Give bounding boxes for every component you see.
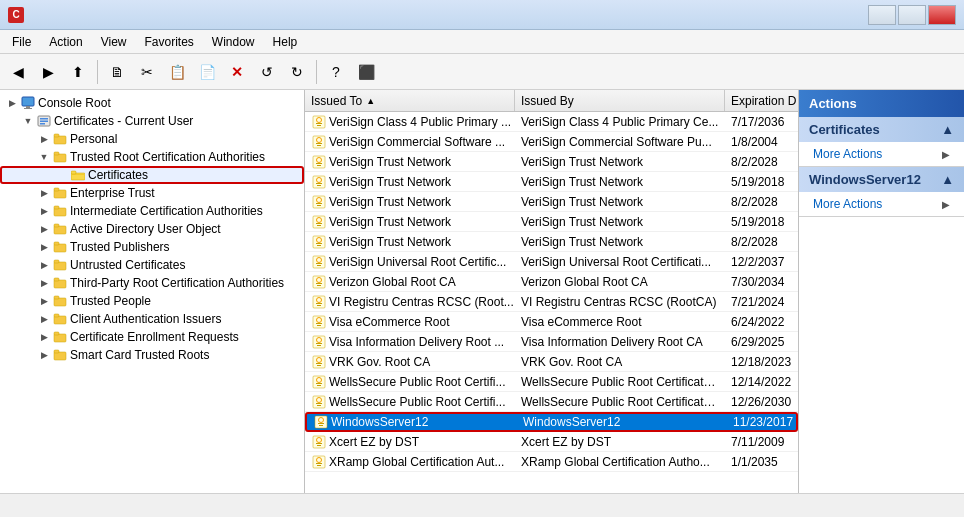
actions-group-header-certificates[interactable]: Certificates ▲ xyxy=(799,117,964,142)
forward-button[interactable]: ▶ xyxy=(34,58,62,86)
list-row[interactable]: Xcert EZ by DST Xcert EZ by DST 7/11/200… xyxy=(305,432,798,452)
new-button[interactable]: 🗎 xyxy=(103,58,131,86)
tree-item-certificates[interactable]: Certificates xyxy=(0,166,304,184)
svg-rect-105 xyxy=(317,465,321,466)
folder-client-auth-icon xyxy=(52,311,68,327)
svg-rect-17 xyxy=(54,206,59,209)
list-row[interactable]: Visa Information Delivery Root ... Visa … xyxy=(305,332,798,352)
folder-personal-icon xyxy=(52,131,68,147)
up-button[interactable]: ⬆ xyxy=(64,58,92,86)
close-button[interactable] xyxy=(928,5,956,25)
menu-window[interactable]: Window xyxy=(204,31,263,53)
delete-button[interactable]: ✕ xyxy=(223,58,251,86)
list-body[interactable]: VeriSign Class 4 Public Primary ... Veri… xyxy=(305,112,798,493)
list-row[interactable]: VeriSign Trust Network VeriSign Trust Ne… xyxy=(305,212,798,232)
list-row[interactable]: Verizon Global Root CA Verizon Global Ro… xyxy=(305,272,798,292)
tree-toggle-cert-enrollment[interactable]: ▶ xyxy=(36,329,52,345)
list-row[interactable]: VeriSign Trust Network VeriSign Trust Ne… xyxy=(305,192,798,212)
cell-issued-to: WindowsServer12 xyxy=(307,414,517,430)
restore-button[interactable] xyxy=(898,5,926,25)
tree-toggle-enterprise[interactable]: ▶ xyxy=(36,185,52,201)
tree-toggle-untrusted[interactable]: ▶ xyxy=(36,257,52,273)
tree-item-smart-card[interactable]: ▶ Smart Card Trusted Roots xyxy=(0,346,304,364)
tree-toggle-trusted-publishers[interactable]: ▶ xyxy=(36,239,52,255)
folder-enterprise-icon xyxy=(52,185,68,201)
tree-item-enterprise-trust[interactable]: ▶ Enterprise Trust xyxy=(0,184,304,202)
more-actions-windowsserver12-label: More Actions xyxy=(813,197,882,211)
tree-toggle-active-directory[interactable]: ▶ xyxy=(36,221,52,237)
tree-toggle-trusted-people[interactable]: ▶ xyxy=(36,293,52,309)
list-row[interactable]: VeriSign Trust Network VeriSign Trust Ne… xyxy=(305,232,798,252)
more-actions-certificates-arrow: ▶ xyxy=(942,149,950,160)
more-actions-windowsserver12[interactable]: More Actions ▶ xyxy=(799,192,964,216)
tree-item-personal[interactable]: ▶ Personal xyxy=(0,130,304,148)
list-row[interactable]: WellsSecure Public Root Certifi... Wells… xyxy=(305,372,798,392)
list-row[interactable]: VeriSign Class 4 Public Primary ... Veri… xyxy=(305,112,798,132)
tree-toggle-console-root[interactable]: ▶ xyxy=(4,95,20,111)
more-actions-certificates[interactable]: More Actions ▶ xyxy=(799,142,964,166)
list-row[interactable]: VRK Gov. Root CA VRK Gov. Root CA 12/18/… xyxy=(305,352,798,372)
tree-item-console-root[interactable]: ▶ Console Root xyxy=(0,94,304,112)
tree-item-trusted-publishers[interactable]: ▶ Trusted Publishers xyxy=(0,238,304,256)
cut-button[interactable]: ✂ xyxy=(133,58,161,86)
cell-issued-to: VeriSign Class 4 Public Primary ... xyxy=(305,114,515,130)
view-button[interactable]: ⬛ xyxy=(352,58,380,86)
tree-item-third-party-root[interactable]: ▶ Third-Party Root Certification Authori… xyxy=(0,274,304,292)
list-row[interactable]: XRamp Global Certification Aut... XRamp … xyxy=(305,452,798,472)
list-row[interactable]: WindowsServer12 WindowsServer12 11/23/20… xyxy=(305,412,798,432)
col-header-expiry[interactable]: Expiration D xyxy=(725,90,799,111)
col-header-issued-by[interactable]: Issued By xyxy=(515,90,725,111)
tree-toggle-smart-card[interactable]: ▶ xyxy=(36,347,52,363)
tree-item-untrusted-certs[interactable]: ▶ Untrusted Certificates xyxy=(0,256,304,274)
tree-item-intermediate-ca[interactable]: ▶ Intermediate Certification Authorities xyxy=(0,202,304,220)
list-row[interactable]: VI Registru Centras RCSC (Root... VI Reg… xyxy=(305,292,798,312)
tree-toggle-third-party[interactable]: ▶ xyxy=(36,275,52,291)
tree-toggle-trusted-root[interactable]: ▼ xyxy=(36,149,52,165)
tree-toggle-client-auth[interactable]: ▶ xyxy=(36,311,52,327)
cell-issued-by: VeriSign Trust Network xyxy=(515,195,725,209)
svg-rect-44 xyxy=(316,163,322,164)
menu-action[interactable]: Action xyxy=(41,31,90,53)
menu-favorites[interactable]: Favorites xyxy=(137,31,202,53)
list-row[interactable]: VeriSign Universal Root Certific... Veri… xyxy=(305,252,798,272)
menu-view[interactable]: View xyxy=(93,31,135,53)
cell-expiry: 8/2/2028 xyxy=(725,155,798,169)
list-panel: Issued To ▲ Issued By Expiration D VeriS… xyxy=(305,90,799,493)
menu-help[interactable]: Help xyxy=(265,31,306,53)
list-row[interactable]: VeriSign Trust Network VeriSign Trust Ne… xyxy=(305,152,798,172)
tree-toggle-certs[interactable]: ▼ xyxy=(20,113,36,129)
svg-rect-57 xyxy=(317,225,321,226)
redo-button[interactable]: ↻ xyxy=(283,58,311,86)
copy-button[interactable]: 📋 xyxy=(163,58,191,86)
tree-item-active-directory[interactable]: ▶ Active Directory User Object xyxy=(0,220,304,238)
cert-row-icon xyxy=(311,394,327,410)
actions-group-header-windowsserver12[interactable]: WindowsServer12 ▲ xyxy=(799,167,964,192)
folder-smart-card-icon xyxy=(52,347,68,363)
tree-item-certs-current-user[interactable]: ▼ Certificates - Current User xyxy=(0,112,304,130)
minimize-button[interactable] xyxy=(868,5,896,25)
cell-expiry: 5/19/2018 xyxy=(725,215,798,229)
back-button[interactable]: ◀ xyxy=(4,58,32,86)
tree-toggle-intermediate[interactable]: ▶ xyxy=(36,203,52,219)
tree-item-trusted-people[interactable]: ▶ Trusted People xyxy=(0,292,304,310)
folder-trusted-publishers-icon xyxy=(52,239,68,255)
col-header-issued-to[interactable]: Issued To ▲ xyxy=(305,90,515,111)
undo-button[interactable]: ↺ xyxy=(253,58,281,86)
cell-issued-by: VeriSign Trust Network xyxy=(515,155,725,169)
list-row[interactable]: VeriSign Trust Network VeriSign Trust Ne… xyxy=(305,172,798,192)
tree-item-trusted-root[interactable]: ▼ Trusted Root Certification Authorities xyxy=(0,148,304,166)
cell-issued-by: WindowsServer12 xyxy=(517,415,727,429)
cell-expiry: 5/19/2018 xyxy=(725,175,798,189)
tree-toggle-personal[interactable]: ▶ xyxy=(36,131,52,147)
paste-button[interactable]: 📄 xyxy=(193,58,221,86)
list-row[interactable]: VeriSign Commercial Software ... VeriSig… xyxy=(305,132,798,152)
svg-rect-13 xyxy=(72,174,84,175)
cell-expiry: 12/14/2022 xyxy=(725,375,798,389)
tree-item-cert-enrollment[interactable]: ▶ Certificate Enrollment Requests xyxy=(0,328,304,346)
tree-item-client-auth[interactable]: ▶ Client Authentication Issuers xyxy=(0,310,304,328)
svg-rect-48 xyxy=(316,183,322,184)
menu-file[interactable]: File xyxy=(4,31,39,53)
help-button[interactable]: ? xyxy=(322,58,350,86)
list-row[interactable]: Visa eCommerce Root Visa eCommerce Root … xyxy=(305,312,798,332)
list-row[interactable]: WellsSecure Public Root Certifi... Wells… xyxy=(305,392,798,412)
